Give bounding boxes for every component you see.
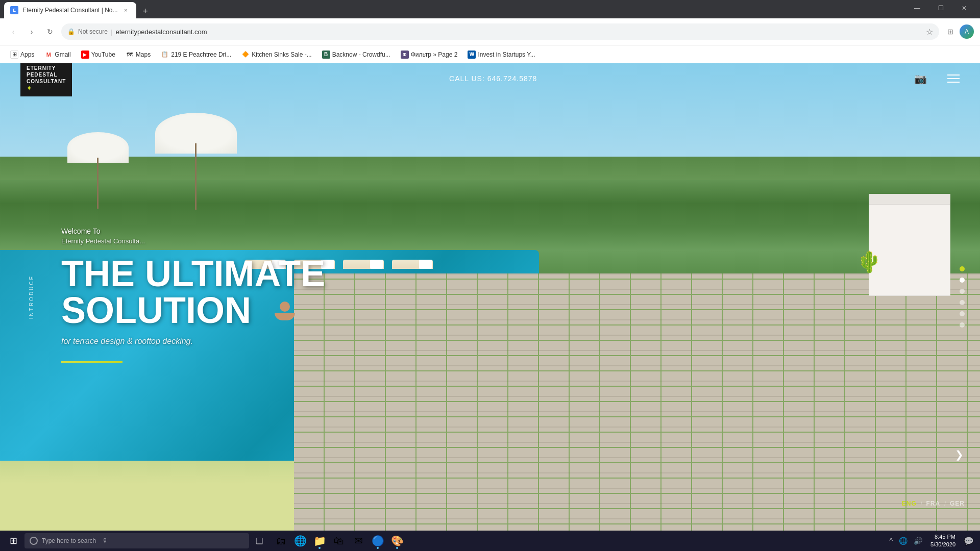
bookmark-gmail[interactable]: M Gmail [40,48,75,61]
notification-button[interactable]: 💬 [962,533,976,549]
tab-favicon: E [10,6,18,14]
apps-favicon: ⊞ [10,51,18,59]
language-switcher: ENG / FRA / GER [902,500,965,507]
instagram-icon[interactable]: 📷 [914,72,927,85]
bookmark-backnow-label: Backnow - Crowdfu... [332,51,390,58]
scroll-dot-2[interactable] [960,278,965,283]
taskbar-search[interactable]: Type here to search 🎙 [24,533,249,548]
clock[interactable]: 8:45 PM 5/30/2020 [926,533,960,549]
bookmark-maps[interactable]: 🗺 Maps [121,48,155,61]
lang-ger-button[interactable]: GER [950,500,965,507]
tab-close-button[interactable]: × [122,6,130,14]
lang-eng-button[interactable]: ENG [902,500,917,507]
bookmark-youtube[interactable]: ▶ YouTube [77,48,119,61]
taskbar-app-store[interactable]: 🛍 [330,532,348,550]
paving-grid [294,273,980,531]
microphone-icon[interactable]: 🎙 [102,537,108,544]
tray-time: 8:45 PM [935,533,955,541]
taskbar-app-mail[interactable]: ✉ [349,532,368,550]
bookmark-icon[interactable]: ☆ [926,27,933,37]
security-label: Not secure [78,28,108,35]
tray-chevron[interactable]: ^ [887,537,895,545]
umbrella-pole-2 [195,143,197,210]
scroll-dot-5[interactable] [960,311,965,316]
start-icon: ⊞ [10,535,17,546]
task-view-button[interactable]: ❑ [251,533,267,549]
tab-bar: E Eternity Pedestal Consultant | No... ×… [0,0,980,18]
maximize-button[interactable]: ❐ [929,0,952,16]
bookmark-youtube-label: YouTube [91,51,115,58]
url-bar[interactable]: 🔒 Not secure | eternitypedestalconsultan… [61,23,939,40]
site-logo[interactable]: ETERNITY PEDESTAL CONSULTANT ✦ [20,63,72,96]
toolbar-icons: ⊞ A [943,24,974,39]
taskbar-app-photoshop[interactable]: 🎨 [388,532,406,550]
hamburger-line-3 [947,82,960,83]
scroll-dot-1[interactable] [960,266,965,271]
hero-content: Welcome To Eternity Pedestal Consulta...… [61,227,325,363]
scroll-dot-6[interactable] [960,322,965,328]
peachtree-favicon: 📋 [161,51,169,59]
task-view-icon: ❑ [256,536,263,546]
bookmark-backnow[interactable]: B Backnow - Crowdfu... [318,48,395,61]
backnow-favicon: B [322,51,330,59]
security-icon: 🔒 [67,28,75,35]
logo-line1: ETERNITY [27,65,66,71]
forward-button[interactable]: › [24,24,39,39]
taskbar-app-chrome[interactable]: 🔵 [369,532,387,550]
logo-line2: PEDESTAL [27,71,66,78]
minimize-button[interactable]: — [905,0,929,16]
volume-icon[interactable]: 🔊 [912,537,924,545]
scroll-dots [960,266,965,328]
scroll-dot-3[interactable] [960,289,965,294]
chrome-icon: 🔵 [372,535,384,547]
bookmark-kitchen-label: Kitchen Sinks Sale -... [252,51,311,58]
bookmark-gmail-label: Gmail [55,51,70,58]
gmail-favicon: M [44,51,53,59]
lang-fra-button[interactable]: FRA [926,500,941,507]
lang-separator-2: / [944,501,946,507]
photoshop-icon: 🎨 [391,535,404,547]
bookmark-invest[interactable]: W Invest in Startups Y... [463,48,539,61]
address-bar: ‹ › ↻ 🔒 Not secure | eternitypedestalcon… [0,18,980,45]
profile-button[interactable]: A [960,24,974,39]
url-text: eternitypedestalconsultant.com [115,28,207,36]
new-tab-button[interactable]: + [138,4,153,18]
vertical-introduce-text: INTRODUCE [29,275,34,319]
cactus: 🌵 [856,250,882,274]
tray-date: 5/30/2020 [930,541,955,548]
scroll-down-arrow[interactable]: ❯ [955,448,964,461]
network-icon[interactable]: 🌐 [897,537,910,545]
back-button[interactable]: ‹ [6,24,20,39]
maps-favicon: 🗺 [126,51,134,59]
scroll-dot-4[interactable] [960,300,965,305]
active-tab[interactable]: E Eternity Pedestal Consultant | No... × [4,2,136,18]
welcome-subtitle: Eternity Pedestal Consulta... [61,237,325,245]
lounger-4 [392,260,433,269]
chrome-active-dot [377,547,379,549]
umbrella-pole [97,158,99,209]
start-button[interactable]: ⊞ [4,533,22,549]
call-us-text: CALL US: 646.724.5878 [449,74,537,83]
close-button[interactable]: ✕ [952,0,976,16]
files-icon: 🗂 [276,535,286,547]
taskbar-app-explorer[interactable]: 📁 [310,532,329,550]
bookmark-peachtree[interactable]: 📋 219 E Peachtree Dri... [157,48,235,61]
ps-active-dot [396,547,398,549]
bookmark-kitchen[interactable]: 🔶 Kitchen Sinks Sale -... [237,48,315,61]
logo-leaf-icon: ✦ [27,85,32,92]
website-content: 🌵 ETERNITY PEDESTAL CONSULTANT ✦ CALL US… [0,63,980,531]
extensions-button[interactable]: ⊞ [943,24,958,39]
hamburger-menu-button[interactable] [947,74,960,83]
bookmark-invest-label: Invest in Startups Y... [478,51,535,58]
bookmark-filter[interactable]: Ф Фильтр » Page 2 [397,48,462,61]
taskbar-app-files[interactable]: 🗂 [272,532,290,550]
invest-favicon: W [468,51,476,59]
filter-favicon: Ф [401,51,409,59]
taskbar-app-edge[interactable]: 🌐 [291,532,309,550]
reload-button[interactable]: ↻ [43,24,57,39]
taskbar: ⊞ Type here to search 🎙 ❑ 🗂 🌐 📁 🛍 ✉ 🔵 [0,531,980,551]
edge-icon: 🌐 [294,535,307,547]
bookmark-apps[interactable]: ⊞ Apps [6,48,38,61]
window-controls: — ❐ ✕ [905,0,976,18]
search-circle-icon [30,537,38,545]
